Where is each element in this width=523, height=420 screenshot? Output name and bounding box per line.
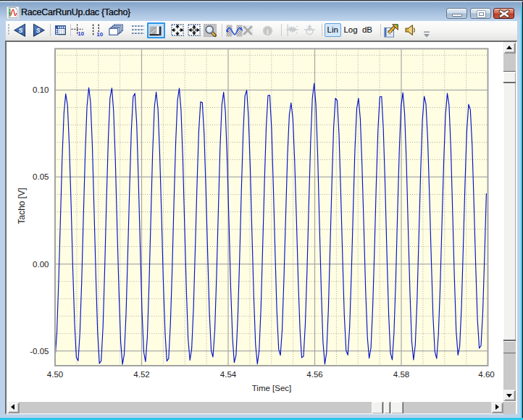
svg-text:10: 10 xyxy=(78,30,84,37)
svg-text:Tacho [V]: Tacho [V] xyxy=(17,188,27,224)
svg-text:-0.05: -0.05 xyxy=(30,347,49,356)
svg-text:4.60: 4.60 xyxy=(478,370,494,379)
svg-text:4.54: 4.54 xyxy=(220,370,237,379)
svg-text:i: i xyxy=(267,27,269,35)
svg-text:0.05: 0.05 xyxy=(33,172,49,181)
svg-text:0.00: 0.00 xyxy=(33,260,49,269)
svg-text:4.56: 4.56 xyxy=(306,370,322,379)
svg-text:0.10: 0.10 xyxy=(33,85,49,94)
svg-text:S: S xyxy=(19,27,23,34)
svg-text:4.52: 4.52 xyxy=(133,370,149,379)
svg-text:4.58: 4.58 xyxy=(393,370,409,379)
svg-text:4.50: 4.50 xyxy=(47,370,63,379)
svg-text:10: 10 xyxy=(96,30,103,37)
svg-text:Time [Sec]: Time [Sec] xyxy=(252,384,292,392)
svg-text:S: S xyxy=(36,27,41,34)
